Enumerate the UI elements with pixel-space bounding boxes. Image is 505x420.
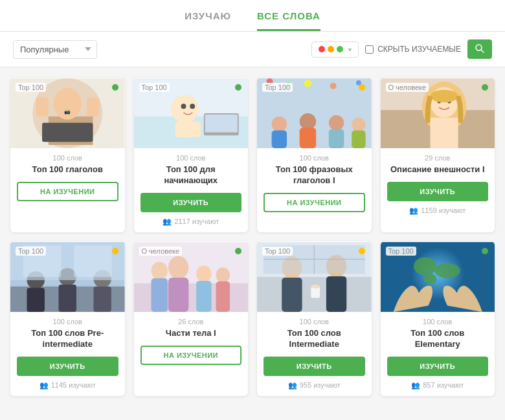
card-word-count: 26 слов xyxy=(178,318,203,326)
card-title: Описание внешности I xyxy=(390,164,485,175)
dot-green xyxy=(337,46,343,52)
svg-point-29 xyxy=(329,115,344,131)
card-status-dot xyxy=(112,84,118,91)
card-action-button[interactable]: ИЗУЧИТЬ xyxy=(264,357,365,376)
card-image: О человеке xyxy=(381,78,495,149)
card-word-count: 100 слов xyxy=(53,318,82,326)
card-body: 100 слов Топ 100 фразовых глаголов I НА … xyxy=(257,149,372,232)
svg-rect-7 xyxy=(36,97,49,116)
card-tag: Top 100 xyxy=(262,247,293,256)
svg-point-54 xyxy=(168,256,188,278)
card-status-dot xyxy=(235,84,241,91)
svg-point-39 xyxy=(430,90,458,103)
card-action-button[interactable]: ИЗУЧИТЬ xyxy=(387,182,489,201)
dot-red xyxy=(319,46,325,52)
dots-filter[interactable]: ▾ xyxy=(311,41,359,58)
search-button[interactable] xyxy=(467,39,492,59)
card-word-count: 100 слов xyxy=(300,318,329,326)
card-action-button[interactable]: НА ИЗУЧЕНИИ xyxy=(140,346,242,365)
card-tag: Top 100 xyxy=(386,247,416,256)
learners-icon: 👥 xyxy=(39,381,49,390)
card-tag: Top 100 xyxy=(262,83,293,92)
card-image: Top 100 xyxy=(257,78,372,149)
card-body: 100 слов Топ 100 глаголов НА ИЗУЧЕНИИ xyxy=(10,149,125,232)
svg-point-5 xyxy=(54,88,82,120)
chevron-down-icon: ▾ xyxy=(348,46,352,53)
card-status-dot xyxy=(235,248,241,254)
card-tag: Top 100 xyxy=(16,83,46,92)
svg-rect-44 xyxy=(27,287,44,311)
svg-rect-46 xyxy=(59,285,76,312)
filter-bar: Популярные Новые Алфавит ▾ СКРЫТЬ ИЗУЧАЕ… xyxy=(0,32,505,67)
search-icon xyxy=(475,44,484,53)
card-action-button[interactable]: НА ИЗУЧЕНИИ xyxy=(17,182,118,201)
card-body: 100 слов Топ 100 слов Intermediate ИЗУЧИ… xyxy=(257,313,372,396)
hide-studying-checkbox[interactable] xyxy=(365,45,374,54)
learners-count: 857 изучают xyxy=(423,381,464,389)
svg-rect-32 xyxy=(352,130,366,148)
card-action-button[interactable]: ИЗУЧИТЬ xyxy=(140,193,242,212)
sort-select[interactable]: Популярные Новые Алфавит xyxy=(13,40,97,59)
tab-studying[interactable]: ИЗУЧАЮ xyxy=(185,10,231,31)
card-item: 📸 Top 100 100 слов Топ 100 глаголов НА И… xyxy=(10,78,125,232)
svg-point-58 xyxy=(216,267,230,283)
svg-rect-65 xyxy=(282,278,302,312)
svg-point-31 xyxy=(352,118,366,132)
learners-icon: 👥 xyxy=(288,381,297,390)
learners-count: 955 изучают xyxy=(300,381,341,389)
card-title: Топ 100 слов Intermediate xyxy=(264,328,365,350)
card-item: Top 100 100 слов Топ 100 для начинающих … xyxy=(134,78,249,232)
svg-point-60 xyxy=(151,261,167,279)
svg-point-12 xyxy=(170,95,198,123)
svg-rect-6 xyxy=(42,123,93,142)
card-action-button[interactable]: НА ИЗУЧЕНИИ xyxy=(264,193,365,212)
card-image: Top 100 xyxy=(10,241,125,313)
card-word-count: 29 слов xyxy=(425,154,450,162)
header: ИЗУЧАЮ ВСЕ СЛОВА Популярные Новые Алфави… xyxy=(0,0,505,67)
tab-bar: ИЗУЧАЮ ВСЕ СЛОВА xyxy=(0,0,505,32)
card-image: Top 100 xyxy=(134,78,249,149)
card-status-dot xyxy=(482,84,488,91)
svg-rect-51 xyxy=(74,245,112,277)
card-action-button[interactable]: ИЗУЧИТЬ xyxy=(387,357,489,376)
svg-text:📸: 📸 xyxy=(64,108,71,115)
card-item: Top 100 100 слов Топ 100 слов Elementary… xyxy=(381,241,495,396)
card-title: Топ 100 для начинающих xyxy=(140,164,242,186)
learners-count: 1159 изучают xyxy=(421,206,466,214)
svg-rect-61 xyxy=(151,278,167,312)
card-tag: Top 100 xyxy=(139,83,170,92)
svg-point-27 xyxy=(300,113,316,129)
svg-rect-40 xyxy=(430,118,458,148)
card-body: 100 слов Топ 100 для начинающих ИЗУЧИТЬ … xyxy=(134,149,249,232)
svg-rect-57 xyxy=(196,281,212,312)
card-item: Top 100 100 слов Топ 100 слов Intermedia… xyxy=(257,241,372,396)
card-tag: О человеке xyxy=(139,247,183,256)
card-learners: 👥 1159 изучают xyxy=(409,206,466,215)
learners-icon: 👥 xyxy=(163,217,172,226)
card-title: Топ 100 фразовых глаголов I xyxy=(264,164,365,186)
card-item: О человеке 29 слов Описание внешности I … xyxy=(381,78,495,232)
card-title: Части тела I xyxy=(166,328,216,339)
dot-yellow xyxy=(328,46,334,52)
svg-point-23 xyxy=(330,83,337,89)
svg-point-75 xyxy=(413,257,436,274)
svg-rect-55 xyxy=(168,278,188,312)
card-item: Top 100 100 слов Топ 100 фразовых глагол… xyxy=(257,78,372,232)
svg-point-69 xyxy=(311,285,320,289)
hide-studying-label[interactable]: СКРЫТЬ ИЗУЧАЕМЫЕ xyxy=(365,45,461,54)
card-image: Top 100 xyxy=(257,241,372,313)
svg-rect-59 xyxy=(216,282,230,312)
card-action-button[interactable]: ИЗУЧИТЬ xyxy=(17,357,118,376)
tab-all-words[interactable]: ВСЕ СЛОВА xyxy=(257,10,320,31)
card-learners: 👥 1145 изучают xyxy=(39,381,96,390)
svg-rect-28 xyxy=(300,128,316,148)
card-word-count: 100 слов xyxy=(423,318,452,326)
card-tag: Top 100 xyxy=(16,247,46,256)
card-word-count: 100 слов xyxy=(300,154,329,162)
svg-point-76 xyxy=(434,263,460,278)
svg-rect-26 xyxy=(272,130,287,148)
svg-line-1 xyxy=(481,50,484,52)
card-body: 29 слов Описание внешности I ИЗУЧИТЬ 👥 1… xyxy=(381,149,495,232)
learners-count: 2117 изучают xyxy=(174,217,219,225)
card-word-count: 100 слов xyxy=(176,154,205,162)
